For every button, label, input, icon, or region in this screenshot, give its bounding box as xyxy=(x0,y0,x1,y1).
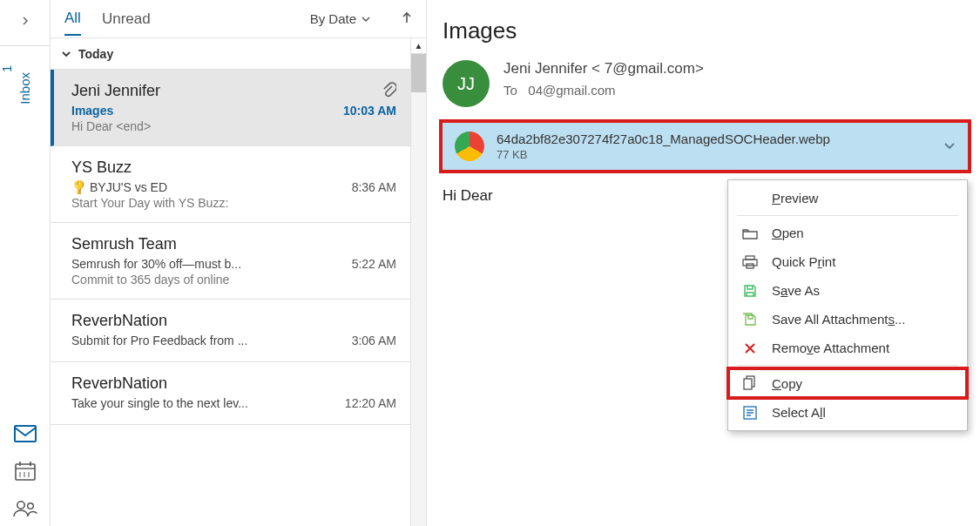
list-scrollbar[interactable]: ▲ xyxy=(410,38,426,526)
menu-open[interactable]: Open xyxy=(728,219,967,247)
attachment-filename: 64da2bf82e307274f27a0c18_ManagedSOCHeade… xyxy=(497,132,830,146)
menu-preview[interactable]: Preview xyxy=(728,184,967,212)
message-sender: Jeni Jennifer xyxy=(71,82,396,100)
menu-label: Save As xyxy=(772,283,820,298)
sort-direction-button[interactable] xyxy=(402,11,412,26)
message-item[interactable]: ReverbNation Take your single to the nex… xyxy=(51,362,410,425)
reading-pane: Images JJ Jeni Jennifer < 7@gmail.com> T… xyxy=(427,0,980,526)
message-list-header: All Unread By Date xyxy=(51,0,426,38)
people-icon[interactable] xyxy=(13,500,37,517)
paperclip-icon xyxy=(382,82,396,100)
select-all-icon xyxy=(740,406,760,420)
nav-rail: 1 Inbox xyxy=(0,0,51,526)
svg-rect-1 xyxy=(16,464,35,480)
menu-label: Select All xyxy=(772,405,826,420)
menu-label: Open xyxy=(772,226,804,240)
message-list-pane: All Unread By Date Today Jeni Jennifer xyxy=(51,0,427,526)
message-time: 5:22 AM xyxy=(352,257,396,271)
svg-rect-14 xyxy=(744,379,752,389)
remove-icon xyxy=(740,342,760,354)
chrome-icon xyxy=(455,132,484,161)
menu-select-all[interactable]: Select All xyxy=(728,398,967,427)
reading-subject: Images xyxy=(443,17,971,44)
avatar: JJ xyxy=(443,60,490,107)
message-item[interactable]: YS Buzz 🔑BYJU'S vs ED 8:36 AM Start Your… xyxy=(51,146,410,223)
menu-save-as[interactable]: Save As xyxy=(728,276,967,305)
menu-remove-attachment[interactable]: Remove Attachment xyxy=(728,334,967,362)
chevron-down-icon xyxy=(943,142,956,151)
message-subject: 🔑BYJU'S vs ED xyxy=(71,180,167,194)
message-subject: Take your single to the next lev... xyxy=(71,396,248,410)
svg-rect-11 xyxy=(743,260,757,266)
copy-icon xyxy=(740,375,760,391)
message-sender: YS Buzz xyxy=(71,158,396,177)
svg-point-9 xyxy=(27,503,33,509)
rail-expand-button[interactable] xyxy=(0,5,50,37)
message-subject: Semrush for 30% off—must b... xyxy=(71,257,241,271)
message-preview: Start Your Day with YS Buzz: xyxy=(71,196,396,210)
menu-label: Save All Attachments... xyxy=(772,312,905,327)
menu-save-all-attachments[interactable]: Save All Attachments... xyxy=(728,305,967,334)
message-sender: ReverbNation xyxy=(71,374,396,393)
group-header-today[interactable]: Today xyxy=(51,38,410,70)
message-sender: Semrush Team xyxy=(71,235,396,253)
printer-icon xyxy=(740,255,760,269)
menu-copy[interactable]: Copy xyxy=(728,368,967,398)
menu-label: Remove Attachment xyxy=(772,341,889,355)
attachment-bar[interactable]: 64da2bf82e307274f27a0c18_ManagedSOCHeade… xyxy=(443,123,968,170)
message-sender: ReverbNation xyxy=(71,312,396,330)
inbox-unread-count: 1 xyxy=(0,65,14,72)
message-item[interactable]: Jeni Jennifer Images 10:03 AM Hi Dear <e… xyxy=(51,70,410,146)
message-time: 12:20 AM xyxy=(345,396,396,410)
message-item[interactable]: Semrush Team Semrush for 30% off—must b.… xyxy=(51,223,410,300)
message-time: 10:03 AM xyxy=(343,104,396,118)
svg-rect-0 xyxy=(15,426,36,442)
sort-label: By Date xyxy=(310,11,356,26)
menu-label: Preview xyxy=(772,191,818,206)
menu-label: Copy xyxy=(772,376,802,391)
attachment-highlight: 64da2bf82e307274f27a0c18_ManagedSOCHeade… xyxy=(439,119,971,173)
attachment-filesize: 77 KB xyxy=(497,148,830,161)
message-subject: Submit for Pro Feedback from ... xyxy=(71,334,247,347)
message-preview: Hi Dear <end> xyxy=(71,119,396,133)
menu-label: Quick Print xyxy=(772,254,835,269)
scroll-thumb[interactable] xyxy=(411,54,426,92)
attachment-dropdown[interactable] xyxy=(943,142,956,151)
message-time: 3:06 AM xyxy=(352,334,396,347)
save-icon xyxy=(740,284,760,298)
tab-all[interactable]: All xyxy=(64,3,81,36)
attachment-context-menu: Preview Open Quick Print Save As xyxy=(727,179,968,431)
from-line: Jeni Jennifer < 7@gmail.com> xyxy=(504,60,704,78)
menu-quick-print[interactable]: Quick Print xyxy=(728,247,967,276)
message-time: 8:36 AM xyxy=(352,180,396,194)
chevron-down-icon xyxy=(362,16,370,23)
key-icon: 🔑 xyxy=(71,180,89,194)
save-all-icon xyxy=(740,313,760,327)
message-item[interactable]: ReverbNation Submit for Pro Feedback fro… xyxy=(51,300,410,362)
inbox-label: Inbox xyxy=(17,72,32,105)
arrow-up-icon xyxy=(402,11,412,24)
folder-open-icon xyxy=(740,227,760,239)
mail-icon[interactable] xyxy=(14,425,37,442)
scroll-up-icon[interactable]: ▲ xyxy=(411,38,426,54)
sort-dropdown[interactable]: By Date xyxy=(310,11,370,26)
tab-unread[interactable]: Unread xyxy=(102,3,151,35)
calendar-icon[interactable] xyxy=(15,462,36,481)
svg-point-8 xyxy=(17,502,24,509)
to-line: To 04@gmail.com xyxy=(504,83,704,98)
message-subject: Images xyxy=(71,104,113,118)
chevron-down-icon xyxy=(61,50,71,58)
message-preview: Commit to 365 days of online xyxy=(71,273,396,287)
rail-folder-inbox[interactable]: 1 Inbox xyxy=(0,45,50,107)
group-label: Today xyxy=(78,47,113,61)
